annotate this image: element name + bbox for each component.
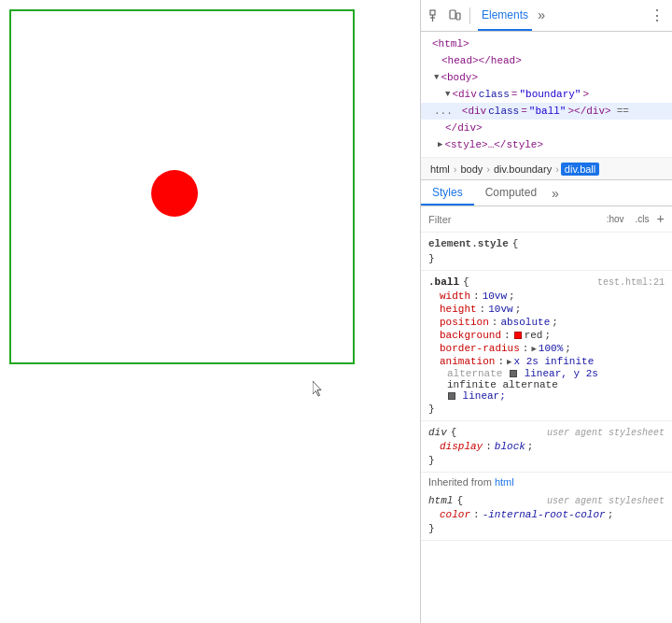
background-color-swatch[interactable] [514,332,522,339]
css-div-ua-section: div { user agent stylesheet display: blo… [421,421,672,473]
elements-tab[interactable]: Elements [478,0,532,31]
add-rule-button[interactable]: + [657,212,665,227]
html-line-html: <html> [421,35,672,52]
boundary-div [9,9,355,364]
tab-styles[interactable]: Styles [421,180,474,205]
css-ball-close: } [421,402,672,417]
devtools-panel: Elements » ⋮ <html> <head></head> <body>… [420,0,672,623]
breadcrumb-html[interactable]: html [428,163,452,175]
css-prop-display: display: block; [421,440,672,453]
css-ball-header: .ball { test.html:21 [421,275,672,290]
toolbar-divider [469,7,470,24]
html-line-head: <head></head> [421,52,672,69]
breadcrumb-ball[interactable]: div.ball [561,163,599,176]
html-line-close-div: </div> [421,120,672,136]
cursor-icon [313,381,324,398]
html-line-boundary: <div class="boundary"> [421,86,672,103]
ball-div [151,170,198,217]
svg-rect-0 [430,10,435,15]
css-html-ua-close: } [421,521,672,536]
css-div-ua-header: div { user agent stylesheet [421,425,672,440]
inspect-icon[interactable] [428,8,443,23]
html-line-ball[interactable]: ... <div class="ball"></div> == [421,103,672,120]
css-div-ua-close: } [421,453,672,468]
filter-bar: :hov .cls + [421,206,672,233]
svg-rect-3 [450,10,455,19]
cls-button[interactable]: .cls [632,212,653,226]
styles-tabs-bar: Styles Computed » [421,180,672,206]
style-triangle[interactable] [438,137,442,152]
css-prop-color: color: -internal-root-color; [421,508,672,521]
filter-input[interactable] [428,214,599,225]
css-element-style-close: } [421,251,672,266]
boundary-triangle[interactable] [445,87,450,102]
animation-swatch-2[interactable] [448,392,455,400]
menu-icon[interactable]: ⋮ [650,7,665,25]
browser-preview [0,0,420,623]
css-html-ua-section: html { user agent stylesheet color: -int… [421,489,672,541]
inherited-header: Inherited from html [421,473,672,489]
css-prop-animation: animation: ▶ x 2s infinite [421,355,672,368]
html-source: <html> <head></head> <body> <div class="… [421,32,672,158]
css-html-ua-header: html { user agent stylesheet [421,493,672,508]
devtools-toolbar: Elements » ⋮ [421,0,672,32]
html-line-body: <body> [421,69,672,86]
animation-swatch-1[interactable] [510,370,517,377]
html-line-style: <style>…</style> [421,136,672,153]
svg-rect-4 [456,13,460,20]
css-prop-position: position: absolute; [421,316,672,329]
css-animation-line4: linear; [421,390,672,402]
css-element-style-section: element.style { } [421,233,672,271]
css-animation-line3: infinite alternate [421,379,672,390]
device-icon[interactable] [447,8,462,23]
body-triangle[interactable] [434,70,439,85]
css-prop-background: background: red; [421,329,672,342]
css-rules-panel: element.style { } .ball { test.html:21 w… [421,233,672,623]
css-animation-line2: alternate linear, y 2s [421,368,672,379]
breadcrumb-body[interactable]: body [458,163,484,175]
css-ball-section: .ball { test.html:21 width: 10vw; height… [421,271,672,421]
breadcrumb-boundary[interactable]: div.boundary [492,163,553,175]
css-prop-width: width: 10vw; [421,290,672,303]
css-prop-border-radius: border-radius: ▶ 100%; [421,342,672,355]
hov-button[interactable]: :hov [603,212,628,226]
inherited-html-link[interactable]: html [495,476,514,488]
styles-tab-more[interactable]: » [548,186,563,201]
more-tabs-icon[interactable]: » [538,8,545,23]
breadcrumb-bar: html › body › div.boundary › div.ball [421,158,672,180]
tab-computed[interactable]: Computed [474,180,548,205]
css-element-style-header: element.style { [421,236,672,251]
css-prop-height: height: 10vw; [421,303,672,316]
